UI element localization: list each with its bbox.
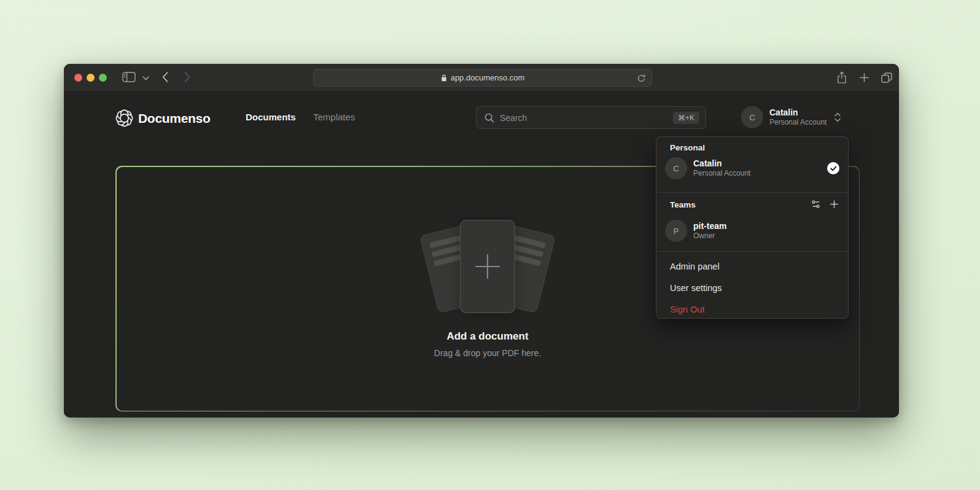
back-button[interactable] bbox=[162, 72, 168, 82]
brand-home-link[interactable]: Documenso bbox=[115, 109, 211, 127]
traffic-lights bbox=[74, 74, 107, 82]
team-name: pit-team bbox=[693, 221, 726, 231]
personal-account-name: Catalin bbox=[693, 158, 750, 169]
menu-divider bbox=[656, 192, 848, 193]
brand-name: Documenso bbox=[138, 111, 211, 126]
team-role: Owner bbox=[693, 231, 726, 241]
browser-window: app.documenso.com bbox=[64, 64, 899, 418]
personal-account-avatar: C bbox=[665, 157, 687, 179]
search-icon bbox=[484, 113, 494, 123]
team-item[interactable]: P pit-team Owner bbox=[665, 219, 839, 243]
personal-section-label: Personal bbox=[670, 143, 705, 152]
fullscreen-button[interactable] bbox=[99, 74, 107, 82]
chevron-down-icon[interactable] bbox=[142, 76, 149, 80]
document-card-center bbox=[460, 220, 515, 313]
personal-account-item[interactable]: C Catalin Personal Account bbox=[665, 157, 839, 180]
nav-documents[interactable]: Documents bbox=[246, 112, 296, 122]
close-button[interactable] bbox=[74, 74, 82, 82]
forward-button[interactable] bbox=[184, 72, 190, 82]
dropzone-title: Add a document bbox=[446, 330, 528, 343]
search-shortcut-badge: ⌘+K bbox=[673, 112, 699, 124]
browser-titlebar: app.documenso.com bbox=[64, 64, 899, 91]
account-avatar: C bbox=[741, 106, 763, 128]
manage-teams-icon[interactable] bbox=[811, 199, 821, 209]
url-text: app.documenso.com bbox=[451, 73, 525, 82]
search-box[interactable]: ⌘+K bbox=[476, 106, 706, 129]
minimize-button[interactable] bbox=[87, 74, 95, 82]
create-team-icon[interactable] bbox=[829, 199, 839, 209]
account-dropdown-menu: Personal C Catalin Personal Account Team… bbox=[656, 136, 849, 319]
search-input[interactable] bbox=[500, 113, 667, 123]
sidebar-toggle-icon[interactable] bbox=[122, 72, 136, 82]
menu-item-user-settings[interactable]: User settings bbox=[656, 279, 848, 297]
account-name: Catalin bbox=[769, 107, 834, 118]
team-avatar: P bbox=[665, 220, 687, 242]
chevron-up-down-icon bbox=[834, 112, 841, 123]
personal-account-subtitle: Personal Account bbox=[693, 169, 750, 178]
account-subtitle: Personal Account bbox=[769, 118, 834, 127]
new-tab-icon[interactable] bbox=[860, 73, 869, 82]
menu-item-sign-out[interactable]: Sign Out bbox=[656, 300, 848, 319]
address-bar[interactable]: app.documenso.com bbox=[313, 69, 652, 87]
tab-overview-icon[interactable] bbox=[881, 72, 892, 83]
menu-item-admin-panel[interactable]: Admin panel bbox=[656, 257, 848, 276]
reload-icon[interactable] bbox=[637, 74, 646, 83]
menu-divider bbox=[656, 251, 848, 252]
lock-icon bbox=[441, 74, 447, 82]
teams-section-label: Teams bbox=[670, 200, 696, 209]
account-menu-button[interactable]: C Catalin Personal Account bbox=[741, 106, 841, 128]
documenso-logo-icon bbox=[115, 109, 133, 127]
document-stack-illustration bbox=[423, 220, 552, 313]
nav-templates[interactable]: Templates bbox=[313, 112, 355, 122]
dropzone-subtitle: Drag & drop your PDF here. bbox=[434, 348, 541, 358]
share-icon[interactable] bbox=[836, 71, 847, 85]
selected-check-icon bbox=[827, 162, 839, 174]
app-page: Documenso Documents Templates ⌘+K C Cata… bbox=[64, 91, 899, 418]
plus-icon bbox=[473, 252, 502, 281]
